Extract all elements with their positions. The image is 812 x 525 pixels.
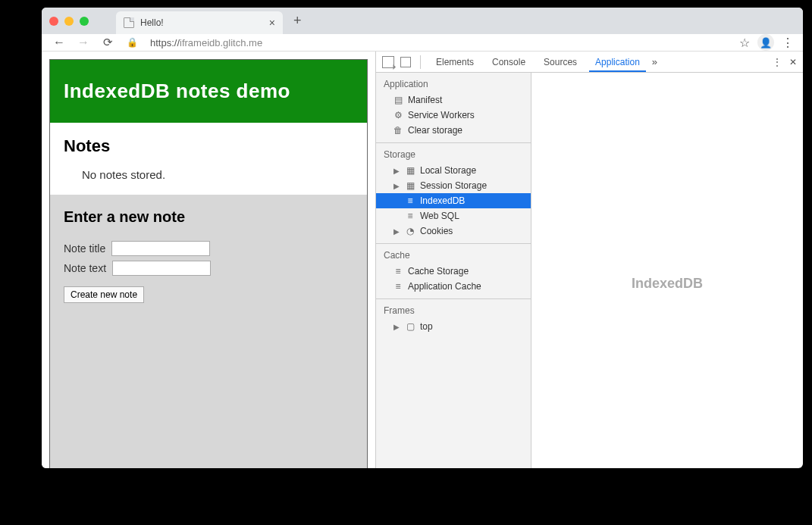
database-icon: ≡ [393, 281, 403, 292]
text-input[interactable] [112, 261, 211, 276]
grid-icon: ▦ [405, 180, 415, 191]
sidebar-item-top-frame[interactable]: ▶▢top [376, 319, 531, 334]
grid-icon: ▦ [405, 165, 415, 176]
devtools-toolbar: Elements Console Sources Application » ⋮… [376, 52, 803, 73]
devtools-close-button[interactable]: ✕ [789, 57, 797, 67]
tab-application[interactable]: Application [589, 52, 646, 72]
application-sidebar: Application ▤Manifest ⚙Service Workers 🗑… [376, 73, 531, 468]
page-icon [124, 17, 134, 28]
create-note-button[interactable]: Create new note [64, 286, 144, 303]
tab-strip: Hello! × + [42, 8, 803, 34]
main-placeholder: IndexedDB [632, 276, 703, 292]
chrome-menu-button[interactable]: ⋮ [782, 36, 794, 50]
expand-icon[interactable]: ▶ [393, 227, 400, 236]
devtools-main: IndexedDB [531, 73, 803, 468]
note-form: Enter a new note Note title Note text Cr… [50, 195, 367, 468]
back-button[interactable]: ← [51, 36, 67, 49]
sidebar-item-cache-storage[interactable]: ≡Cache Storage [376, 264, 531, 279]
note-app: IndexedDB notes demo Notes No notes stor… [49, 59, 368, 468]
frame-icon: ▢ [405, 321, 415, 332]
file-icon: ▤ [393, 95, 403, 105]
tab-console[interactable]: Console [486, 52, 531, 72]
expand-icon[interactable]: ▶ [393, 182, 400, 190]
profile-avatar[interactable]: 👤 [757, 34, 774, 51]
inspect-icon[interactable] [382, 56, 394, 68]
database-icon: ≡ [393, 266, 403, 277]
page-viewport: IndexedDB notes demo Notes No notes stor… [42, 52, 375, 468]
window-controls [49, 17, 89, 26]
sidebar-item-local-storage[interactable]: ▶▦Local Storage [376, 163, 531, 178]
devtools-menu-button[interactable]: ⋮ [773, 57, 782, 67]
tab-sources[interactable]: Sources [538, 52, 583, 72]
group-frames: Frames [376, 299, 531, 319]
notes-section: Notes No notes stored. [50, 123, 367, 195]
title-input[interactable] [111, 241, 210, 256]
text-label: Note text [64, 262, 106, 274]
gear-icon: ⚙ [393, 110, 403, 120]
reload-button[interactable]: ⟳ [99, 36, 116, 49]
devtools-panel: Elements Console Sources Application » ⋮… [375, 52, 803, 468]
expand-icon[interactable]: ▶ [393, 323, 400, 331]
trash-icon: 🗑 [393, 125, 403, 136]
sidebar-item-session-storage[interactable]: ▶▦Session Storage [376, 178, 531, 193]
group-cache: Cache [376, 244, 531, 264]
form-heading: Enter a new note [64, 208, 353, 226]
database-icon: ≡ [405, 195, 415, 206]
cookie-icon: ◔ [405, 226, 415, 236]
sidebar-item-manifest[interactable]: ▤Manifest [376, 92, 531, 108]
new-tab-button[interactable]: + [287, 10, 308, 32]
content-split: IndexedDB notes demo Notes No notes stor… [42, 52, 803, 468]
close-tab-button[interactable]: × [269, 17, 275, 29]
tab-elements[interactable]: Elements [430, 52, 480, 72]
app-header: IndexedDB notes demo [50, 60, 367, 123]
database-icon: ≡ [405, 211, 415, 221]
notes-heading: Notes [64, 136, 353, 156]
maximize-window-button[interactable] [80, 17, 89, 26]
title-label: Note title [64, 242, 105, 255]
empty-message: No notes stored. [82, 168, 353, 181]
devtools-body: Application ▤Manifest ⚙Service Workers 🗑… [376, 73, 803, 468]
browser-tab[interactable]: Hello! × [116, 11, 283, 34]
expand-icon[interactable]: ▶ [393, 167, 400, 175]
more-tabs-button[interactable]: » [652, 56, 657, 67]
bookmark-button[interactable]: ☆ [739, 36, 750, 50]
sidebar-item-service-workers[interactable]: ⚙Service Workers [376, 108, 531, 123]
sidebar-item-clear-storage[interactable]: 🗑Clear storage [376, 123, 531, 138]
sidebar-item-application-cache[interactable]: ≡Application Cache [376, 279, 531, 294]
sidebar-item-indexeddb[interactable]: ▶≡IndexedDB [376, 193, 531, 208]
sidebar-item-cookies[interactable]: ▶◔Cookies [376, 223, 531, 239]
browser-window: Hello! × + ← → ⟳ 🔒 https://iframeidb.gli… [42, 8, 803, 468]
tab-title: Hello! [140, 17, 164, 28]
forward-button[interactable]: → [75, 36, 92, 49]
lock-icon: 🔒 [127, 37, 138, 48]
close-window-button[interactable] [49, 17, 58, 26]
browser-toolbar: ← → ⟳ 🔒 https://iframeidb.glitch.me ☆ 👤 … [42, 34, 803, 52]
sidebar-item-websql[interactable]: ▶≡Web SQL [376, 208, 531, 223]
group-storage: Storage [376, 143, 531, 163]
group-application: Application [376, 73, 531, 92]
minimize-window-button[interactable] [64, 17, 74, 26]
address-bar[interactable]: https://iframeidb.glitch.me [146, 37, 732, 48]
device-toggle-icon[interactable] [400, 57, 411, 67]
